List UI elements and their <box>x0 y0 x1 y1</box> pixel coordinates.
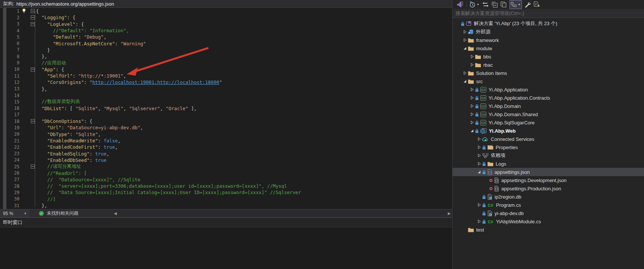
scroll-left-icon[interactable]: ◀ <box>114 211 117 215</box>
code-line-24[interactable]: 24 "EnabledDbSeed": true <box>0 157 452 163</box>
fold-collapse-icon[interactable] <box>31 15 35 19</box>
code-line-30[interactable]: 30 //] <box>0 196 452 202</box>
tree-item-appsettings-json[interactable]: {}appsettings.json <box>453 168 644 176</box>
chevron-down-icon[interactable] <box>476 170 482 174</box>
chevron-right-icon[interactable] <box>462 30 468 34</box>
tree-item-yi-abp-web[interactable]: Yi.Abp.Web <box>453 127 644 135</box>
code-line-16[interactable]: 16 "DbList": [ "Sqlite", "Mysql", "Sqlse… <box>0 105 452 111</box>
history-filter-icon[interactable]: ▼ <box>469 1 480 8</box>
tree-item-program-cs[interactable]: C#Program.cs <box>453 201 644 209</box>
chevron-right-icon[interactable] <box>476 145 482 149</box>
tree-item-yi-abp-domain-shared[interactable]: C#Yi.Abp.Domain.Shared <box>453 110 644 118</box>
chevron-right-icon[interactable] <box>476 137 482 141</box>
chevron-right-icon[interactable] <box>462 71 468 75</box>
code-line-20[interactable]: 20 "DbType": "Sqlite", <box>0 131 452 137</box>
tree-item-yi-abp-domain[interactable]: C#Yi.Abp.Domain <box>453 102 644 110</box>
chevron-right-icon[interactable] <box>476 220 482 223</box>
tree-item-bbs[interactable]: bbs <box>453 52 644 61</box>
code-line-12[interactable]: 12 "CorsOrigins": "http://localhost:1900… <box>0 79 452 85</box>
schema-combobox[interactable]: https://json.schemastore.org/appsettings… <box>16 1 452 7</box>
tree-item-framework[interactable]: framework <box>453 36 644 44</box>
chevron-right-icon[interactable] <box>469 88 475 91</box>
search-input[interactable] <box>453 9 644 18</box>
tree-item-properties[interactable]: Properties <box>453 143 644 151</box>
code-line-19[interactable]: 19 "Url": "DataSource=yi-abp-dev.db", <box>0 124 452 131</box>
tree-item-yi-abp-sqlsugarcore[interactable]: C#Yi.Abp.SqlSugarCore <box>453 118 644 127</box>
tree-item-module[interactable]: module <box>453 44 644 52</box>
code-line-29[interactable]: 29 // "Data Source=[xxxx];Initial Catalo… <box>0 189 452 196</box>
tree-item-依赖项[interactable]: 依赖项 <box>453 151 644 160</box>
lightbulb-icon[interactable] <box>22 8 29 14</box>
chevron-right-icon[interactable] <box>476 154 482 157</box>
zoom-select[interactable]: 95 % ▼ <box>0 209 30 217</box>
code-line-3[interactable]: 3 "LogLevel": { <box>0 21 452 27</box>
tree-item-src[interactable]: src <box>453 77 644 85</box>
chevron-down-icon[interactable] <box>469 129 475 133</box>
code-line-11[interactable]: 11 "SelfUrl": "http://*:19001", <box>0 73 452 79</box>
chevron-down-icon[interactable]: ▼ <box>477 3 480 6</box>
code-line-10[interactable]: 10 "App": { <box>0 66 452 73</box>
file-nesting-icon[interactable]: ▼ <box>510 0 522 9</box>
code-line-15[interactable]: 15 //数据库类型列表 <box>0 99 452 105</box>
tree-item-yi-abp-application[interactable]: C#Yi.Abp.Application <box>453 85 644 94</box>
code-line-9[interactable]: 9 //应用启动 <box>0 60 452 66</box>
chevron-right-icon[interactable] <box>469 112 475 116</box>
code-line-26[interactable]: 26 //"ReadUrl": [ <box>0 170 452 176</box>
chevron-down-icon[interactable] <box>462 46 468 50</box>
switch-views-icon[interactable] <box>456 1 463 8</box>
chevron-down-icon[interactable]: ▼ <box>518 3 521 6</box>
tree-item-外部源[interactable]: 外部源 <box>453 28 644 36</box>
code-line-17[interactable]: 17 <box>0 112 452 118</box>
code-line-1[interactable]: 1{ <box>0 8 452 14</box>
code-line-8[interactable]: 8 }, <box>0 53 452 60</box>
tree-item-ip2region-db[interactable]: ip2region.db <box>453 193 644 201</box>
chevron-right-icon[interactable] <box>469 63 475 67</box>
sync-active-document-icon[interactable] <box>482 1 489 8</box>
code-line-2[interactable]: 2 "Logging": { <box>0 14 452 21</box>
chevron-right-icon[interactable] <box>469 121 475 124</box>
tree-item-yi-abp-application-contracts[interactable]: C#Yi.Abp.Application.Contracts <box>453 94 644 102</box>
tree-item-yiabpwebmodule-cs[interactable]: C#YiAbpWebModule.cs <box>453 217 644 226</box>
code-editor[interactable]: 1{2 "Logging": {3 "LogLevel": {4 //"Defa… <box>0 8 452 209</box>
properties-pages-icon[interactable] <box>501 1 507 8</box>
chevron-right-icon[interactable] <box>469 55 475 58</box>
tree-item-solution-items[interactable]: Solution Items <box>453 69 644 77</box>
chevron-right-icon[interactable] <box>476 203 482 207</box>
tree-item-test[interactable]: test <box>453 226 644 234</box>
collapse-all-icon[interactable] <box>492 1 498 8</box>
tree-item-解决方案-yi-abp-23-个项目-共-23-个[interactable]: 解决方案 'Yi.Abp' (23 个项目, 共 23 个) <box>453 19 644 28</box>
chevron-right-icon[interactable] <box>462 38 468 42</box>
fold-collapse-icon[interactable] <box>31 22 35 26</box>
fold-collapse-icon[interactable] <box>31 67 35 72</box>
code-line-25[interactable]: 25 //读写分离地址 <box>0 163 452 170</box>
chevron-right-icon[interactable] <box>469 96 475 100</box>
tree-item-yi-abp-dev-db[interactable]: yi-abp-dev.db <box>453 209 644 217</box>
code-line-14[interactable]: 14 <box>0 92 452 99</box>
code-line-31[interactable]: 31 }, <box>0 202 452 209</box>
tree-item-logs[interactable]: Logs <box>453 160 644 168</box>
code-line-27[interactable]: 27 // "DataSource=[xxxx]", //Sqlite <box>0 176 452 183</box>
wrench-icon[interactable] <box>524 1 531 8</box>
code-line-4[interactable]: 4 //"Default": "Information", <box>0 27 452 34</box>
code-line-21[interactable]: 21 "EnabledReadWrite": false, <box>0 137 452 144</box>
code-line-22[interactable]: 22 "EnabledCodeFirst": true, <box>0 144 452 150</box>
code-line-7[interactable]: 7 } <box>0 47 452 53</box>
fold-collapse-icon[interactable] <box>31 119 35 123</box>
tree-item-connected-services[interactable]: Connected Services <box>453 135 644 143</box>
code-line-5[interactable]: 5 "Default": "Debug", <box>0 34 452 40</box>
code-line-13[interactable]: 13 }, <box>0 86 452 92</box>
code-line-18[interactable]: 18 "DbConnOptions": { <box>0 118 452 124</box>
tree-item-appsettings-production-json[interactable]: {}appsettings.Production.json <box>453 184 644 193</box>
code-line-6[interactable]: 6 "Microsoft.AspNetCore": "Warning" <box>0 40 452 46</box>
tree-item-appsettings-development-json[interactable]: {}appsettings.Development.json <box>453 176 644 184</box>
code-line-23[interactable]: 23 "EnabledSqlLog": true, <box>0 151 452 157</box>
fold-collapse-icon[interactable] <box>31 164 35 169</box>
fold-collapse-icon[interactable] <box>31 9 35 13</box>
horizontal-scrollbar[interactable]: ◀ ▶ <box>112 209 452 217</box>
chevron-right-icon[interactable] <box>476 162 482 166</box>
chevron-down-icon[interactable] <box>462 79 468 83</box>
tree-item-rbac[interactable]: rbac <box>453 61 644 69</box>
code-line-28[interactable]: 28 // "server=[xxxx];port=3306;database=… <box>0 183 452 189</box>
preview-code-icon[interactable] <box>533 1 540 8</box>
chevron-right-icon[interactable] <box>469 104 475 108</box>
